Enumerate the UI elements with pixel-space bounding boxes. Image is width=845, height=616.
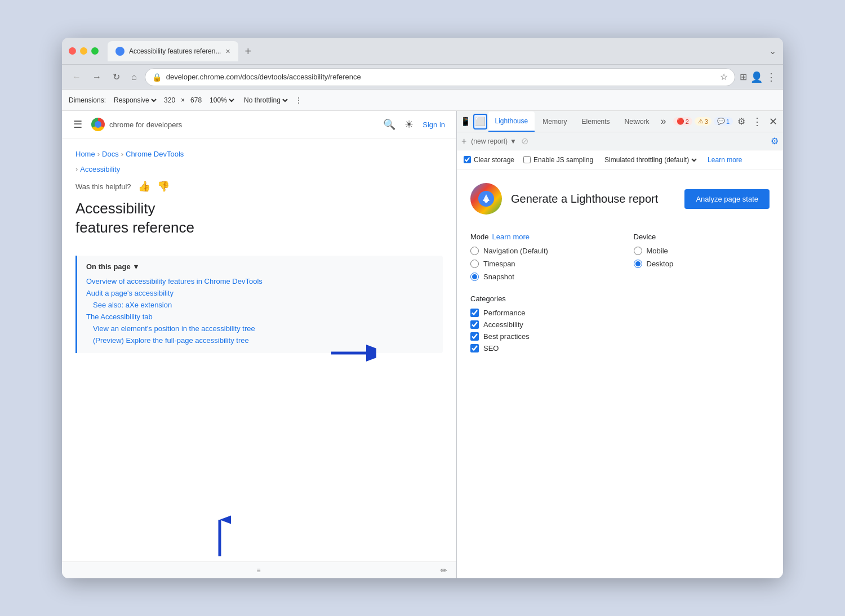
site-search-icon[interactable]: 🔍 — [383, 118, 395, 131]
mode-snapshot-label: Snapshot — [483, 273, 514, 281]
on-page-chevron-icon[interactable]: ▾ — [134, 262, 138, 271]
mode-snapshot-option[interactable]: Snapshot — [470, 273, 607, 281]
report-select[interactable]: (new report) ▼ — [471, 137, 517, 145]
tabs-overflow-button[interactable]: » — [657, 115, 670, 127]
breadcrumb: Home › Docs › Chrome DevTools — [75, 150, 443, 158]
breadcrumb-docs[interactable]: Docs — [102, 150, 119, 158]
back-button[interactable]: ← — [69, 70, 84, 84]
address-bar[interactable]: 🔒 developer.chrome.com/docs/devtools/acc… — [145, 68, 735, 86]
sign-in-button[interactable]: Sign in — [422, 120, 445, 129]
responsive-select[interactable]: Responsive — [112, 96, 158, 105]
tab-close-button[interactable]: × — [225, 47, 230, 56]
thumbs-up-icon[interactable]: 👍 — [138, 180, 150, 193]
mode-timespan-option[interactable]: Timespan — [470, 260, 607, 268]
throttle-select[interactable]: No throttling — [242, 96, 290, 105]
breadcrumb-accessibility[interactable]: Accessibility — [80, 165, 120, 173]
devtools-mobile-icon[interactable]: 📱 — [459, 114, 472, 130]
report-dropdown-icon[interactable]: ▼ — [510, 137, 517, 145]
theme-toggle-icon[interactable]: ☀ — [404, 118, 413, 131]
height-value: 678 — [190, 96, 202, 104]
learn-more-link[interactable]: Learn more — [708, 156, 742, 164]
generate-section: Generate a Lighthouse report Analyze pag… — [470, 183, 770, 215]
add-report-button[interactable]: + — [461, 136, 466, 146]
clear-storage-checkbox[interactable]: Clear storage — [464, 156, 514, 164]
lighthouse-settings-icon[interactable]: ⚙ — [771, 136, 779, 146]
breadcrumb-home[interactable]: Home — [75, 150, 95, 158]
on-page-item-audit[interactable]: Audit a page's accessibility — [86, 287, 434, 299]
tab-lighthouse[interactable]: Lighthouse — [488, 111, 535, 132]
x-label: × — [181, 96, 185, 104]
refresh-button[interactable]: ↻ — [109, 69, 123, 84]
close-button[interactable] — [69, 47, 76, 55]
window-controls[interactable]: ⌄ — [769, 46, 776, 56]
zoom-select[interactable]: 100% — [207, 96, 236, 105]
on-page-item-position[interactable]: View an element's position in the access… — [86, 323, 434, 334]
mode-navigation-option[interactable]: Navigation (Default) — [470, 247, 607, 255]
minimize-button[interactable] — [80, 47, 87, 55]
devtools-responsive-icon[interactable]: ⬜ — [473, 114, 487, 130]
responsive-icon: ⬜ — [475, 117, 486, 127]
throttling-select[interactable]: Simulated throttling (default) — [602, 155, 699, 164]
report-placeholder: (new report) — [471, 137, 508, 145]
lighthouse-logo — [470, 183, 502, 215]
error-badge: 🔴 2 — [673, 117, 692, 126]
mode-learn-more-link[interactable]: Learn more — [492, 233, 530, 241]
breadcrumb-devtools[interactable]: Chrome DevTools — [126, 150, 184, 158]
on-page-item-preview[interactable]: (Preview) Explore the full-page accessib… — [86, 334, 434, 346]
devtools-settings-icon[interactable]: ⚙ — [734, 116, 749, 127]
thumbs-down-icon[interactable]: 👎 — [157, 180, 170, 193]
extensions-icon[interactable]: ⊞ — [740, 72, 747, 82]
edit-icon[interactable]: ✏ — [441, 566, 447, 575]
category-seo[interactable]: SEO — [470, 344, 770, 352]
svg-point-5 — [484, 199, 488, 203]
drag-handle-icon[interactable]: ≡ — [256, 566, 261, 574]
clear-report-button[interactable]: ⊘ — [521, 136, 528, 146]
on-page-item-axe[interactable]: See also: aXe extension — [86, 299, 434, 311]
mode-text: Mode — [470, 233, 489, 241]
traffic-lights — [69, 47, 99, 55]
mode-timespan-radio[interactable] — [470, 260, 479, 268]
tab-elements[interactable]: Elements — [575, 111, 617, 132]
tab-network[interactable]: Network — [618, 111, 656, 132]
mode-navigation-label: Navigation (Default) — [483, 247, 548, 255]
best-practices-checkbox[interactable] — [470, 332, 479, 341]
category-performance[interactable]: Performance — [470, 309, 770, 317]
home-button[interactable]: ⌂ — [128, 70, 140, 84]
device-mobile-option[interactable]: Mobile — [634, 247, 770, 255]
spacer — [75, 242, 443, 256]
devtools-tabs: 📱 ⬜ Lighthouse Memory Elements Network » — [457, 111, 783, 132]
forward-button[interactable]: → — [89, 70, 105, 84]
category-accessibility[interactable]: Accessibility — [470, 320, 770, 329]
clear-storage-input[interactable] — [464, 156, 471, 163]
device-desktop-label: Desktop — [647, 260, 674, 268]
hamburger-icon[interactable]: ☰ — [73, 118, 82, 131]
category-best-practices[interactable]: Best practices — [470, 332, 770, 341]
device-desktop-option[interactable]: Desktop — [634, 260, 770, 268]
maximize-button[interactable] — [91, 47, 99, 55]
accessibility-checkbox[interactable] — [470, 320, 479, 329]
performance-checkbox[interactable] — [470, 309, 479, 317]
analyze-button[interactable]: Analyze page state — [684, 189, 770, 209]
js-sampling-checkbox[interactable]: Enable JS sampling — [523, 156, 593, 164]
menu-icon[interactable]: ⋮ — [766, 71, 776, 83]
star-icon[interactable]: ☆ — [720, 72, 728, 82]
browser-tab[interactable]: Accessibility features referen... × — [108, 41, 238, 61]
toolbar-more-icon[interactable]: ⋮ — [295, 96, 302, 104]
seo-checkbox[interactable] — [470, 344, 479, 352]
url-text[interactable]: developer.chrome.com/docs/devtools/acces… — [166, 73, 715, 81]
mode-snapshot-radio[interactable] — [470, 273, 479, 281]
tab-memory[interactable]: Memory — [536, 111, 573, 132]
profile-icon[interactable]: 👤 — [750, 71, 763, 83]
page-title: Accessibilityfeatures reference — [75, 199, 443, 238]
device-mobile-radio[interactable] — [634, 247, 642, 255]
on-page-item-overview[interactable]: Overview of accessibility features in Ch… — [86, 275, 434, 287]
seo-label: SEO — [483, 344, 499, 352]
width-value: 320 — [164, 96, 175, 104]
devtools-close-button[interactable]: ✕ — [766, 115, 781, 128]
device-desktop-radio[interactable] — [634, 260, 642, 268]
js-sampling-input[interactable] — [523, 156, 531, 163]
mode-navigation-radio[interactable] — [470, 247, 479, 255]
new-tab-button[interactable]: + — [245, 46, 252, 57]
devtools-more-icon[interactable]: ⋮ — [750, 115, 764, 128]
on-page-item-tab[interactable]: The Accessibility tab — [86, 311, 434, 323]
